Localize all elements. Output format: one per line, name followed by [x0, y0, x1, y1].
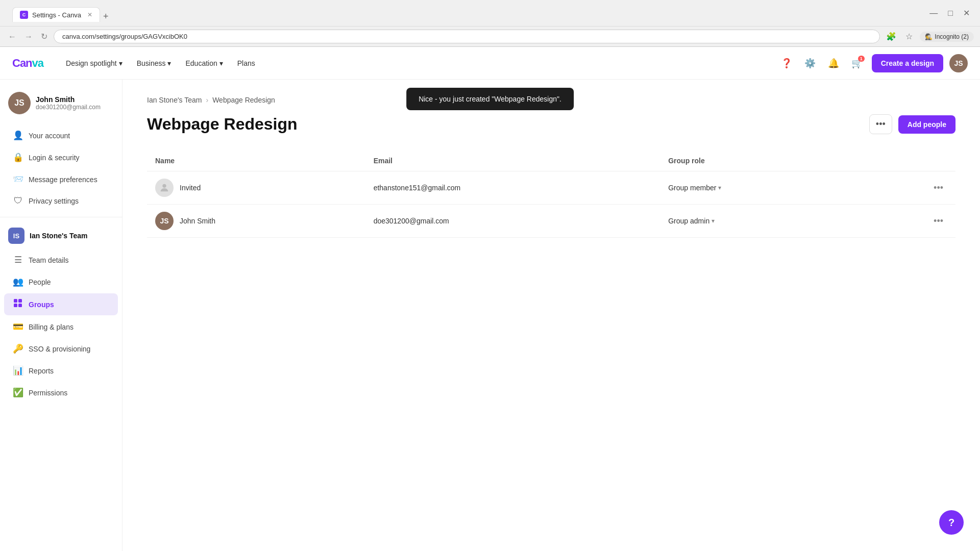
help-icon[interactable]: ❓ — [778, 55, 795, 72]
new-tab-button[interactable]: + — [100, 11, 112, 22]
sidebar-item-your-account[interactable]: 👤 Your account — [4, 125, 118, 146]
member-cell: Invited — [155, 179, 357, 197]
col-header-role: Group role — [660, 151, 858, 171]
sidebar-item-sso-provisioning[interactable]: 🔑 SSO & provisioning — [4, 338, 118, 359]
team-details-icon: ☰ — [12, 255, 23, 265]
message-preferences-icon: 📨 — [12, 174, 23, 185]
sidebar-user-email: doe301200@gmail.com — [36, 104, 101, 111]
login-security-icon: 🔒 — [12, 152, 23, 163]
minimize-button[interactable]: — — [925, 7, 942, 19]
sidebar-item-message-preferences[interactable]: 📨 Message preferences — [4, 169, 118, 190]
maximize-button[interactable]: □ — [944, 7, 957, 19]
sidebar-team-header: IS Ian Stone's Team — [0, 222, 122, 249]
svg-point-4 — [162, 184, 166, 188]
url-text: canva.com/settings/groups/GAGVxcibOK0 — [62, 33, 871, 40]
svg-rect-2 — [14, 304, 17, 307]
svg-rect-1 — [18, 299, 22, 303]
table-row: JS John Smith doe301200@gmail.com Group … — [147, 205, 955, 238]
add-people-button[interactable]: Add people — [898, 115, 955, 134]
row-more-button-john[interactable]: ••• — [929, 214, 947, 229]
tab-title: Settings - Canva — [32, 11, 81, 19]
member-cell: JS John Smith — [155, 212, 357, 230]
bookmark-icon[interactable]: ☆ — [903, 30, 915, 43]
table-row: Invited ethanstone151@gmail.com Group me… — [147, 171, 955, 205]
url-bar[interactable]: canva.com/settings/groups/GAGVxcibOK0 — [54, 30, 880, 43]
role-dropdown-john[interactable]: Group admin ▾ — [668, 217, 850, 225]
people-icon: 👥 — [12, 277, 23, 287]
sidebar-item-people[interactable]: 👥 People — [4, 271, 118, 292]
user-avatar[interactable]: JS — [949, 54, 968, 72]
page-title: Webpage Redesign — [147, 115, 298, 134]
close-tab-btn[interactable]: ✕ — [87, 11, 92, 18]
sidebar-item-team-details[interactable]: ☰ Team details — [4, 249, 118, 270]
sidebar-item-privacy-settings[interactable]: 🛡 Privacy settings — [4, 191, 118, 211]
page-header: Webpage Redesign ••• Add people — [147, 114, 955, 134]
create-design-button[interactable]: Create a design — [872, 54, 943, 72]
nav-education[interactable]: Education ▾ — [179, 56, 229, 70]
nav-back-button[interactable]: ← — [6, 30, 18, 43]
reports-icon: 📊 — [12, 365, 23, 376]
member-name-john: John Smith — [180, 217, 215, 225]
nav-forward-button[interactable]: → — [22, 30, 35, 43]
row-more-button-invited[interactable]: ••• — [929, 181, 947, 195]
member-name-invited: Invited — [180, 184, 201, 192]
groups-icon — [12, 298, 23, 310]
member-avatar-invited — [155, 179, 174, 197]
toast-notification: Nice - you just created "Webpage Redesig… — [406, 88, 574, 110]
members-table: Name Email Group role — [147, 151, 955, 238]
member-avatar-john: JS — [155, 212, 174, 230]
cart-badge: 1 — [858, 56, 865, 62]
top-navigation: Design spotlight ▾ Business ▾ Education … — [60, 56, 261, 70]
help-fab-button[interactable]: ? — [939, 510, 964, 535]
member-email-invited: ethanstone151@gmail.com — [365, 171, 660, 205]
breadcrumb-separator: › — [206, 96, 208, 104]
more-options-button[interactable]: ••• — [869, 114, 892, 134]
cart-icon[interactable]: 🛒 1 — [848, 55, 866, 72]
role-dropdown-invited[interactable]: Group member ▾ — [668, 184, 850, 192]
main-layout: JS John Smith doe301200@gmail.com 👤 Your… — [0, 80, 980, 551]
header-actions: ••• Add people — [869, 114, 955, 134]
col-header-name: Name — [147, 151, 365, 171]
sidebar-item-groups[interactable]: Groups — [4, 293, 118, 315]
nav-refresh-button[interactable]: ↻ — [39, 30, 50, 43]
sidebar: JS John Smith doe301200@gmail.com 👤 Your… — [0, 80, 122, 551]
sidebar-item-login-security[interactable]: 🔒 Login & security — [4, 147, 118, 168]
team-name: Ian Stone's Team — [30, 232, 88, 240]
sidebar-user-avatar: JS — [8, 92, 31, 114]
nav-plans[interactable]: Plans — [231, 56, 261, 70]
topbar-actions: ❓ ⚙️ 🔔 🛒 1 Create a design JS — [778, 54, 968, 72]
main-content: Ian Stone's Team › Webpage Redesign Webp… — [122, 80, 980, 551]
canva-logo[interactable]: Canva — [12, 57, 43, 70]
topbar: Canva Design spotlight ▾ Business ▾ Educ… — [0, 47, 980, 80]
browser-tab[interactable]: C Settings - Canva ✕ — [12, 7, 100, 22]
sidebar-divider — [0, 217, 122, 217]
sidebar-item-permissions[interactable]: ✅ Permissions — [4, 382, 118, 403]
billing-plans-icon: 💳 — [12, 321, 23, 332]
svg-rect-3 — [18, 304, 22, 307]
sidebar-item-billing-plans[interactable]: 💳 Billing & plans — [4, 316, 118, 337]
settings-icon[interactable]: ⚙️ — [801, 55, 819, 72]
nav-design-spotlight[interactable]: Design spotlight ▾ — [60, 56, 129, 70]
sidebar-user-name: John Smith — [36, 95, 101, 104]
role-chevron-icon: ▾ — [718, 184, 721, 191]
col-header-email: Email — [365, 151, 660, 171]
tab-favicon: C — [20, 11, 28, 19]
your-account-icon: 👤 — [12, 130, 23, 141]
breadcrumb-team-link[interactable]: Ian Stone's Team — [147, 96, 202, 104]
sidebar-item-reports[interactable]: 📊 Reports — [4, 360, 118, 381]
svg-rect-0 — [14, 299, 17, 303]
sidebar-user-profile[interactable]: JS John Smith doe301200@gmail.com — [0, 86, 122, 124]
close-window-button[interactable]: ✕ — [959, 7, 974, 19]
permissions-icon: ✅ — [12, 387, 23, 398]
sidebar-user-info: John Smith doe301200@gmail.com — [36, 95, 101, 111]
incognito-badge: 🕵 Incognito (2) — [920, 32, 974, 42]
notifications-icon[interactable]: 🔔 — [825, 55, 842, 72]
nav-business[interactable]: Business ▾ — [131, 56, 178, 70]
member-email-john: doe301200@gmail.com — [365, 205, 660, 238]
role-chevron-icon: ▾ — [712, 217, 715, 224]
extension-icon[interactable]: 🧩 — [884, 30, 898, 43]
privacy-settings-icon: 🛡 — [12, 196, 23, 206]
team-icon: IS — [8, 228, 24, 244]
breadcrumb-current: Webpage Redesign — [212, 96, 275, 104]
sso-provisioning-icon: 🔑 — [12, 343, 23, 354]
